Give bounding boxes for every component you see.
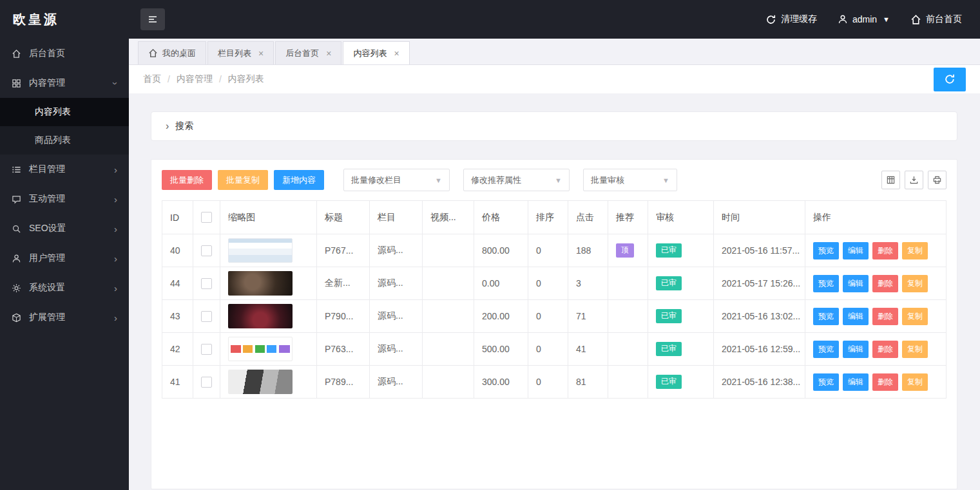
column-header: 审核 [648,201,714,234]
edit-button[interactable]: 编辑 [843,242,869,259]
preview-button[interactable]: 预览 [813,373,839,391]
sidebar-item[interactable]: 互动管理› [0,184,129,214]
batch-audit-select[interactable]: 批量审核 ▼ [583,169,677,191]
edit-button[interactable]: 编辑 [843,373,869,391]
cell-sort: 0 [528,333,568,366]
sidebar-item[interactable]: 栏目管理› [0,155,129,184]
tab[interactable]: 栏目列表× [207,41,274,64]
cell-audit: 已审 [648,234,714,267]
preview-button[interactable]: 预览 [813,275,839,292]
copy-button[interactable]: 复制 [902,373,928,391]
cell-sort: 0 [528,366,568,399]
close-icon[interactable]: × [258,48,264,59]
hamburger-icon [147,14,159,24]
recommend-badge: 顶 [616,243,634,258]
delete-button[interactable]: 删除 [872,373,898,391]
thumbnail[interactable] [228,370,293,394]
edit-button[interactable]: 编辑 [843,308,869,325]
column-toggle-button[interactable] [881,171,900,189]
delete-button[interactable]: 删除 [872,242,898,259]
user-menu[interactable]: admin ▼ [838,14,890,24]
refresh-icon [944,73,956,85]
column-header: 排序 [528,201,568,234]
copy-button[interactable]: 复制 [902,242,928,259]
batch-column-select[interactable]: 批量修改栏目 ▼ [343,169,450,191]
content-icon [12,79,21,88]
batch-copy-button[interactable]: 批量复制 [218,170,268,190]
download-icon [909,175,919,185]
cell-price: 300.00 [474,366,528,399]
breadcrumb-current: 内容列表 [228,73,264,85]
select-all-checkbox[interactable] [201,212,212,223]
row-checkbox[interactable] [201,278,212,289]
front-home-link[interactable]: 前台首页 [910,14,962,25]
column-header: 推荐 [608,201,648,234]
cell-actions: 预览编辑删除复制 [805,300,946,333]
preview-button[interactable]: 预览 [813,341,839,358]
edit-button[interactable]: 编辑 [843,275,869,292]
sidebar-item-label: 栏目管理 [29,164,65,175]
breadcrumb-separator: / [168,74,170,84]
print-button[interactable] [928,171,946,189]
row-checkbox[interactable] [201,344,212,355]
breadcrumb-content-mgmt[interactable]: 内容管理 [177,73,213,85]
app-logo: 欧皇源 [0,11,129,28]
add-content-button[interactable]: 新增内容 [274,170,324,190]
close-icon[interactable]: × [394,48,399,59]
sidebar-item[interactable]: SEO设置› [0,214,129,243]
sidebar-item[interactable]: 内容管理› [0,68,129,98]
table-row: 41P789...源码...300.00081已审2021-05-16 12:3… [162,366,946,399]
cell-price: 0.00 [474,267,528,300]
cell-recommend: 顶 [608,234,648,267]
sidebar-item[interactable]: 扩展管理› [0,303,129,332]
preview-button[interactable]: 预览 [813,308,839,325]
thumbnail[interactable] [228,271,293,296]
batch-audit-select-label: 批量审核 [591,174,624,186]
tab[interactable]: 内容列表× [343,41,409,64]
row-checkbox[interactable] [201,245,212,256]
chevron-down-icon: ▼ [555,176,562,184]
batch-delete-button[interactable]: 批量删除 [162,170,212,190]
row-checkbox[interactable] [201,311,212,322]
delete-button[interactable]: 删除 [872,308,898,325]
export-button[interactable] [905,171,923,189]
close-icon[interactable]: × [326,48,331,59]
cell-time: 2021-05-17 15:26... [714,267,805,300]
refresh-page-button[interactable] [934,68,966,91]
sidebar-collapse-button[interactable] [140,8,165,30]
tab-label: 后台首页 [285,48,319,59]
sidebar-item[interactable]: 用户管理› [0,243,129,273]
cell-video [423,366,474,399]
edit-button[interactable]: 编辑 [843,341,869,358]
cell-column: 源码... [370,234,423,267]
row-checkbox[interactable] [201,377,212,388]
sidebar-subitem[interactable]: 内容列表 [0,98,129,126]
thumbnail[interactable] [228,337,293,361]
thumbnail[interactable] [228,238,293,263]
cell-checkbox [193,333,220,366]
cell-recommend [608,366,648,399]
tab[interactable]: 我的桌面 [138,41,206,64]
cell-clicks: 3 [568,267,608,300]
user-icon [12,254,21,263]
cell-clicks: 81 [568,366,608,399]
cell-title: P763... [317,333,370,366]
preview-button[interactable]: 预览 [813,242,839,259]
cell-id: 41 [162,366,193,399]
cell-price: 800.00 [474,234,528,267]
recommend-attr-select[interactable]: 修改推荐属性 ▼ [463,169,570,191]
search-panel-toggle[interactable]: › 搜索 [151,111,957,141]
clear-cache-button[interactable]: 清理缓存 [765,14,817,25]
breadcrumb-home[interactable]: 首页 [143,73,161,85]
copy-button[interactable]: 复制 [902,308,928,325]
recommend-attr-select-label: 修改推荐属性 [471,174,521,186]
tab[interactable]: 后台首页× [275,41,341,64]
sidebar-item[interactable]: 后台首页 [0,39,129,68]
delete-button[interactable]: 删除 [872,341,898,358]
thumbnail[interactable] [228,304,293,328]
sidebar-item[interactable]: 系统设置› [0,273,129,303]
copy-button[interactable]: 复制 [902,341,928,358]
sidebar-subitem[interactable]: 商品列表 [0,126,129,155]
copy-button[interactable]: 复制 [902,275,928,292]
delete-button[interactable]: 删除 [872,275,898,292]
